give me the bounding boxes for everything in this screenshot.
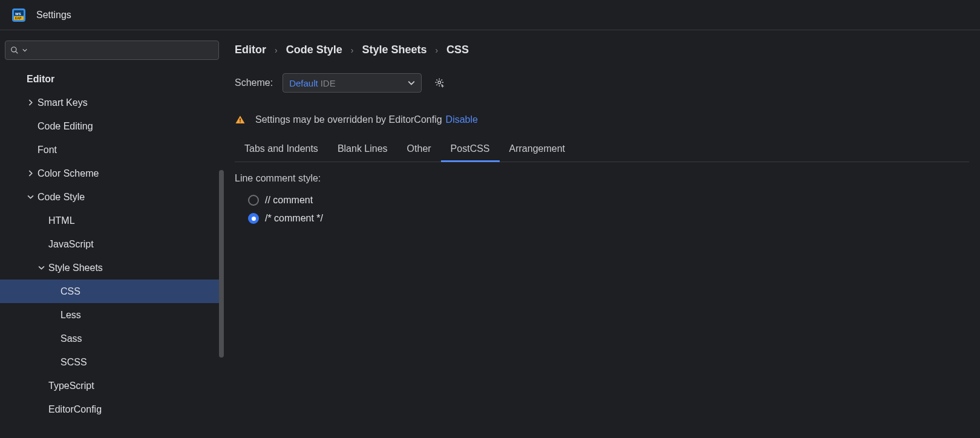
search-input-container[interactable] bbox=[5, 41, 219, 60]
svg-text:EAP: EAP bbox=[15, 16, 22, 19]
tree-item-label: Sass bbox=[60, 333, 82, 344]
tab-arrangement[interactable]: Arrangement bbox=[500, 139, 575, 162]
tree-item-typescript[interactable]: TypeScript bbox=[0, 374, 224, 397]
tree-item-style-sheets[interactable]: Style Sheets bbox=[0, 256, 224, 279]
tree-item-label: Code Style bbox=[38, 192, 85, 203]
warning-row: Settings may be overridden by EditorConf… bbox=[235, 114, 969, 125]
breadcrumb-segment[interactable]: Code Style bbox=[286, 44, 342, 56]
tree-item-label: TypeScript bbox=[48, 381, 94, 391]
tab-blank-lines[interactable]: Blank Lines bbox=[328, 139, 397, 162]
radio-icon[interactable] bbox=[248, 195, 259, 206]
search-icon bbox=[10, 46, 19, 54]
warning-icon bbox=[235, 114, 246, 125]
scheme-suffix: IDE bbox=[321, 78, 336, 88]
app-logo-icon: WS EAP bbox=[12, 8, 25, 22]
search-input[interactable] bbox=[31, 45, 214, 55]
tree-item-scss[interactable]: SCSS bbox=[0, 350, 224, 374]
tree-item-css[interactable]: CSS bbox=[0, 279, 224, 303]
postcss-pane: Line comment style: // comment/* comment… bbox=[235, 162, 969, 227]
tab-postcss[interactable]: PostCSS bbox=[441, 139, 500, 162]
chevron-right-icon[interactable] bbox=[25, 98, 35, 108]
svg-line-6 bbox=[16, 51, 18, 53]
radio-option-0[interactable]: // comment bbox=[235, 191, 969, 209]
scheme-dropdown[interactable]: Default IDE bbox=[283, 73, 422, 93]
scheme-row: Scheme: Default IDE bbox=[235, 73, 969, 93]
tree-item-label: Color Scheme bbox=[38, 168, 99, 179]
gear-icon bbox=[434, 77, 445, 88]
main-panel: Editor›Code Style›Style Sheets›CSS Schem… bbox=[224, 30, 980, 438]
svg-point-5 bbox=[11, 47, 16, 52]
scheme-settings-button[interactable] bbox=[431, 74, 448, 91]
tree-item-label: SCSS bbox=[60, 357, 87, 368]
tree-item-label: JavaScript bbox=[48, 239, 94, 250]
tree-item-label: Style Sheets bbox=[48, 263, 103, 273]
tab-other[interactable]: Other bbox=[397, 139, 441, 162]
disable-link[interactable]: Disable bbox=[446, 114, 478, 125]
tree-item-label: EditorConfig bbox=[48, 404, 102, 415]
chevron-right-icon[interactable] bbox=[25, 169, 35, 178]
radio-label: // comment bbox=[265, 195, 313, 206]
tree-item-editor[interactable]: Editor bbox=[0, 67, 224, 91]
tree-item-html[interactable]: HTML bbox=[0, 209, 224, 232]
tree-item-label: Editor bbox=[27, 74, 54, 85]
tree-item-code-style[interactable]: Code Style bbox=[0, 185, 224, 209]
tree-item-font[interactable]: Font bbox=[0, 138, 224, 162]
chevron-right-icon: › bbox=[351, 45, 354, 55]
tree-item-code-editing[interactable]: Code Editing bbox=[0, 114, 224, 138]
line-comment-style-label: Line comment style: bbox=[235, 173, 969, 184]
chevron-down-icon[interactable] bbox=[25, 192, 35, 202]
tree-item-label: HTML bbox=[48, 215, 75, 226]
breadcrumb-segment: CSS bbox=[446, 44, 469, 56]
tree-item-color-scheme[interactable]: Color Scheme bbox=[0, 162, 224, 185]
breadcrumb-segment[interactable]: Editor bbox=[235, 44, 266, 56]
tree-item-javascript[interactable]: JavaScript bbox=[0, 232, 224, 256]
tabs: Tabs and IndentsBlank LinesOtherPostCSSA… bbox=[235, 139, 969, 162]
chevron-down-icon bbox=[22, 48, 27, 53]
tree-item-label: Font bbox=[38, 145, 57, 155]
svg-rect-9 bbox=[240, 122, 241, 123]
svg-text:WS: WS bbox=[15, 11, 21, 15]
breadcrumb-segment[interactable]: Style Sheets bbox=[362, 44, 426, 56]
tree-item-editorconfig[interactable]: EditorConfig bbox=[0, 397, 224, 421]
scheme-value: Default bbox=[289, 78, 318, 88]
chevron-right-icon: › bbox=[275, 45, 278, 55]
scrollbar-thumb[interactable] bbox=[219, 170, 224, 358]
chevron-down-icon[interactable] bbox=[36, 263, 46, 273]
sidebar: EditorSmart KeysCode EditingFontColor Sc… bbox=[0, 30, 224, 438]
tree-item-label: Smart Keys bbox=[38, 97, 88, 108]
settings-tree: EditorSmart KeysCode EditingFontColor Sc… bbox=[0, 67, 224, 438]
svg-point-7 bbox=[438, 81, 441, 84]
scheme-label: Scheme: bbox=[235, 77, 273, 88]
window-title: Settings bbox=[36, 10, 71, 21]
tree-item-label: CSS bbox=[60, 286, 80, 297]
tree-item-smart-keys[interactable]: Smart Keys bbox=[0, 91, 224, 114]
svg-rect-8 bbox=[240, 119, 241, 121]
titlebar: WS EAP Settings bbox=[0, 0, 980, 30]
tree-item-less[interactable]: Less bbox=[0, 303, 224, 327]
radio-icon[interactable] bbox=[248, 213, 259, 224]
radio-label: /* comment */ bbox=[265, 213, 323, 224]
breadcrumb: Editor›Code Style›Style Sheets›CSS bbox=[235, 44, 969, 56]
chevron-right-icon: › bbox=[435, 45, 438, 55]
radio-option-1[interactable]: /* comment */ bbox=[235, 209, 969, 227]
tree-item-label: Less bbox=[60, 310, 81, 321]
tree-item-label: Code Editing bbox=[38, 121, 93, 132]
warning-text: Settings may be overridden by EditorConf… bbox=[255, 114, 442, 125]
tab-tabs-and-indents[interactable]: Tabs and Indents bbox=[235, 139, 328, 162]
chevron-down-icon bbox=[408, 79, 415, 87]
tree-item-sass[interactable]: Sass bbox=[0, 327, 224, 350]
